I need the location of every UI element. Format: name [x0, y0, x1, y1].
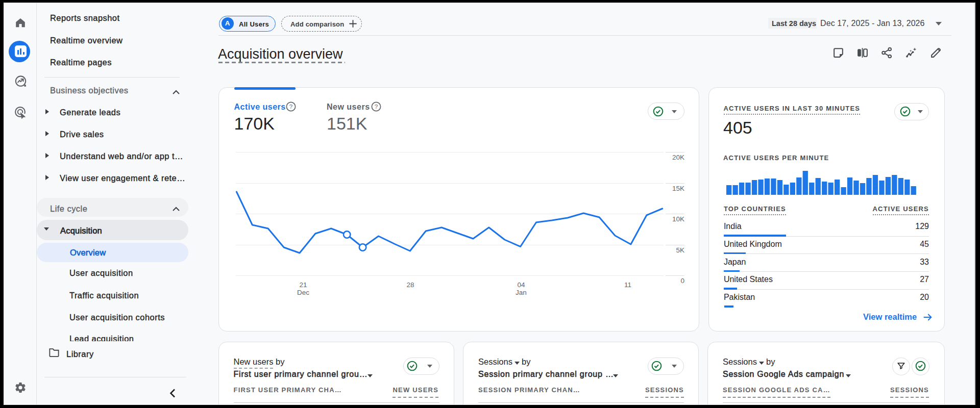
- svg-text:?: ?: [375, 104, 378, 110]
- svg-text:?: ?: [289, 104, 292, 110]
